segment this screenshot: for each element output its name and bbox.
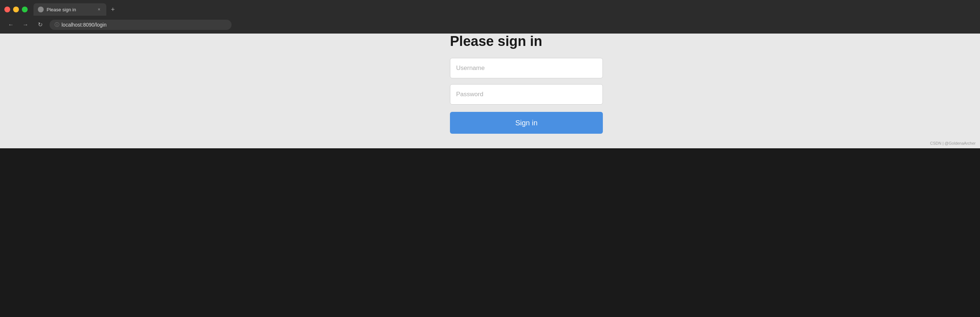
address-field[interactable]: ⓘ localhost:8090/login bbox=[49, 20, 232, 30]
login-title: Please sign in bbox=[450, 33, 542, 49]
back-icon: ← bbox=[8, 21, 14, 28]
tab-bar: Please sign in × + bbox=[0, 0, 980, 16]
login-form: Please sign in Sign in bbox=[450, 33, 603, 134]
browser-chrome: Please sign in × + ← → ↻ ⓘ localhost:809… bbox=[0, 0, 980, 148]
page-content: Please sign in Sign in CSDN | @GoldenaAr… bbox=[0, 33, 980, 148]
password-input[interactable] bbox=[450, 84, 603, 105]
info-icon: ⓘ bbox=[55, 21, 59, 28]
url-text: localhost:8090/login bbox=[62, 22, 107, 28]
forward-button[interactable]: → bbox=[21, 20, 30, 30]
close-button[interactable] bbox=[4, 6, 10, 13]
tab-title: Please sign in bbox=[46, 7, 93, 13]
active-tab[interactable]: Please sign in × bbox=[33, 3, 106, 16]
tab-favicon bbox=[38, 6, 44, 13]
address-bar: ← → ↻ ⓘ localhost:8090/login bbox=[0, 16, 980, 33]
traffic-lights bbox=[4, 6, 28, 13]
maximize-button[interactable] bbox=[22, 6, 28, 13]
minimize-button[interactable] bbox=[13, 6, 19, 13]
sign-in-button[interactable]: Sign in bbox=[450, 112, 603, 134]
forward-icon: → bbox=[22, 21, 29, 28]
back-button[interactable]: ← bbox=[6, 20, 16, 30]
reload-icon: ↻ bbox=[38, 21, 43, 28]
tab-close-icon[interactable]: × bbox=[96, 6, 102, 13]
reload-button[interactable]: ↻ bbox=[35, 20, 45, 30]
new-tab-button[interactable]: + bbox=[108, 4, 118, 14]
username-input[interactable] bbox=[450, 58, 603, 78]
watermark: CSDN | @GoldenaArcher bbox=[930, 141, 976, 145]
